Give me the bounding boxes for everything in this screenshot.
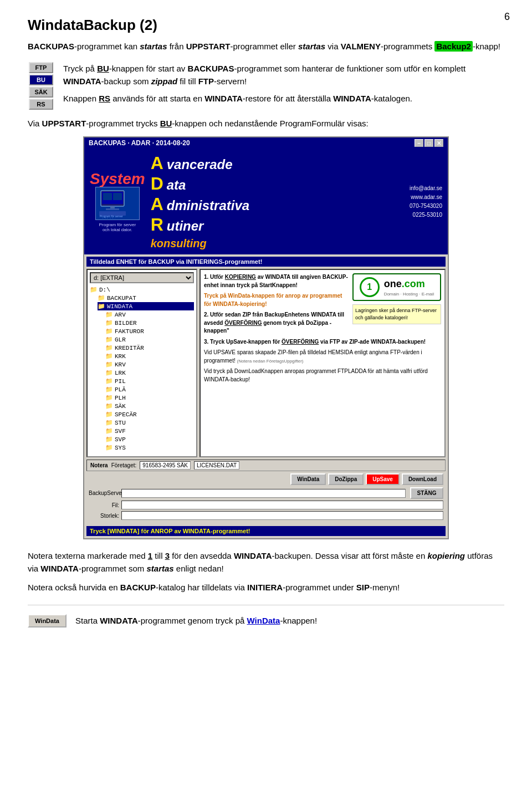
tree-backupat[interactable]: 📁 BACKUPAT xyxy=(98,294,194,302)
word-ata: ata xyxy=(167,177,186,193)
folder-icon: 📁 xyxy=(105,444,113,451)
backup-server-input[interactable] xyxy=(121,489,406,498)
folder-icon: 📁 xyxy=(105,369,113,376)
onecom-text: one.com xyxy=(384,277,434,291)
tree-sak[interactable]: 📁 SÄK xyxy=(105,402,194,410)
folder-icon: 📁 xyxy=(105,319,113,326)
onecom-logo: 1 one.com Domain · Hosting · E-mail xyxy=(352,273,441,301)
adar-caption: Program för serveroch lokal dator. xyxy=(99,222,136,232)
one-circle-icon: 1 xyxy=(360,277,380,297)
storlek-row: Storlek: xyxy=(89,511,443,520)
word-utiner: utiner xyxy=(167,218,204,234)
windata-button[interactable]: WinData xyxy=(290,473,326,485)
onecom-sub: Domain · Hosting · E-mail xyxy=(384,291,434,298)
folder-icon: 📁 xyxy=(105,328,113,335)
letter-r: R xyxy=(151,215,163,235)
contact-info: info@adar.sewww.adar.se070-75430200225-5… xyxy=(410,184,442,220)
storlek-label: Storlek: xyxy=(89,513,119,519)
upsave-button[interactable]: UpSave xyxy=(366,473,400,485)
tree-stu[interactable]: 📁 STU xyxy=(105,419,194,427)
via-paragraph: Via UPPSTART-programmet trycks BU-knappe… xyxy=(28,118,504,130)
folder-icon: 📁 xyxy=(98,303,105,310)
dozippa-button[interactable]: DoZippa xyxy=(328,473,364,485)
storlek-input[interactable] xyxy=(121,511,443,520)
tree-windata[interactable]: 📁 WINDATA xyxy=(98,302,194,310)
tree-svf[interactable]: 📁 SVF xyxy=(105,427,194,435)
folder-icon: 📁 xyxy=(90,286,98,293)
system-label: System xyxy=(90,171,145,187)
letter-a: A xyxy=(151,153,163,174)
ftp-button-group: FTP BU SÄK RS xyxy=(28,62,54,110)
tree-specar[interactable]: 📁 SPECÄR xyxy=(105,410,194,419)
instruction-upsave-note: Vid UPSAVE sparas skapade ZIP-filen på t… xyxy=(204,349,441,365)
folder-icon: 📁 xyxy=(105,419,113,426)
bu-button[interactable]: BU xyxy=(29,74,53,85)
adar-computer-image: Program för server och lokal dator. xyxy=(95,187,140,220)
tree-fakturor[interactable]: 📁 FAKTUROR xyxy=(105,327,194,335)
word-vancerade: vancerade xyxy=(167,157,233,172)
letter-a2: A xyxy=(151,194,163,215)
intro-paragraph: BACKUPAS-programmet kan startas från UPP… xyxy=(28,40,504,53)
folder-icon: 📁 xyxy=(105,336,113,343)
folder-icon: 📁 xyxy=(105,377,113,385)
folder-icon: 📁 xyxy=(105,436,113,443)
company-value: 916583-2495 SÄK xyxy=(140,461,191,470)
rs-button[interactable]: RS xyxy=(29,99,53,110)
backupas-label: BACKUPAS xyxy=(28,42,74,51)
konsulting-label: konsulting xyxy=(151,237,404,250)
title-sub: (2) xyxy=(136,17,157,33)
tree-krv[interactable]: 📁 KRV xyxy=(105,360,194,369)
adar-banner: System Program för server och lo xyxy=(84,149,448,254)
close-button[interactable]: ✕ xyxy=(434,139,443,147)
fil-input[interactable] xyxy=(121,501,443,509)
computer-icon: Program för server och lokal dator. xyxy=(98,188,137,218)
minimize-button[interactable]: – xyxy=(415,139,423,147)
tree-kreditar[interactable]: 📁 KREDITÄR xyxy=(105,344,194,352)
letter-d: D xyxy=(151,174,163,194)
nota-label: Notera xyxy=(90,462,108,468)
instruction-3: 3. Tryck UpSave-knappen för ÖVERFÖRING v… xyxy=(204,338,441,346)
folder-icon: 📁 xyxy=(105,386,113,393)
enhet-bar: Tilldelad ENHET för BACKUP via INITIERIN… xyxy=(86,257,446,267)
tree-svp[interactable]: 📁 SVP xyxy=(105,435,194,443)
ftp-section: FTP BU SÄK RS Tryck på BU-knappen för st… xyxy=(28,62,504,110)
fil-label: Fil: xyxy=(89,502,119,508)
bottom-paragraph-1: Notera texterna markerade med 1 till 3 f… xyxy=(28,549,504,594)
folder-icon: 📁 xyxy=(98,294,105,302)
status-bar: Tryck [WINDATA] för ANROP av WINDATA-pro… xyxy=(86,526,446,536)
sak-button[interactable]: SÄK xyxy=(29,86,53,98)
folder-icon: 📁 xyxy=(105,411,113,418)
folder-icon: 📁 xyxy=(105,427,113,435)
tree-bilder[interactable]: 📁 BILDER xyxy=(105,319,194,327)
window-controls[interactable]: – □ ✕ xyxy=(415,139,443,147)
svg-rect-5 xyxy=(106,208,119,210)
window-titlebar: BACKUPAS · ADAR · 2014-08-20 – □ ✕ xyxy=(84,137,448,149)
svg-text:och lokal dator.: och lokal dator. xyxy=(100,217,119,218)
backup-server-label: BackupServer: xyxy=(89,490,119,496)
tree-sys[interactable]: 📁 SYS xyxy=(105,443,194,452)
tree-glr[interactable]: 📁 GLR xyxy=(105,335,194,344)
footer-windata-button[interactable]: WinData xyxy=(28,614,66,627)
page-title: WindataBackup (2) xyxy=(28,17,504,34)
tree-lrk[interactable]: 📁 LRK xyxy=(105,369,194,377)
ftp-button[interactable]: FTP xyxy=(29,62,53,73)
storage-note: Lagringen sker på denna FTP-server och g… xyxy=(352,304,441,324)
folder-icon: 📁 xyxy=(105,402,113,410)
download-button[interactable]: DownLoad xyxy=(402,473,443,485)
footer-text: Starta WINDATA-programmet genom tryck på… xyxy=(75,616,317,625)
title-main: WindataBackup xyxy=(28,17,136,33)
program-window: BACKUPAS · ADAR · 2014-08-20 – □ ✕ Syste… xyxy=(83,136,449,539)
tree-arv[interactable]: 📁 ARV xyxy=(105,310,194,319)
input-fields-section: BackupServer: STÄNG Fil: Storlek: xyxy=(86,485,446,524)
tree-pla[interactable]: 📁 PLÄ xyxy=(105,385,194,394)
instruction-download-note: Vid tryck på DownLoadKnappen anropas pro… xyxy=(204,368,441,384)
tree-pil[interactable]: 📁 PIL xyxy=(105,377,194,385)
maximize-button[interactable]: □ xyxy=(424,139,433,147)
page-number: 6 xyxy=(504,11,510,23)
tree-krk[interactable]: 📁 KRK xyxy=(105,352,194,360)
folder-icon: 📁 xyxy=(105,344,113,351)
fil-row: Fil: xyxy=(89,501,443,509)
tree-plh[interactable]: 📁 PLH xyxy=(105,394,194,402)
stang-button[interactable]: STÄNG xyxy=(410,487,443,499)
drive-selector[interactable]: d: [EXTRA] xyxy=(90,272,194,283)
